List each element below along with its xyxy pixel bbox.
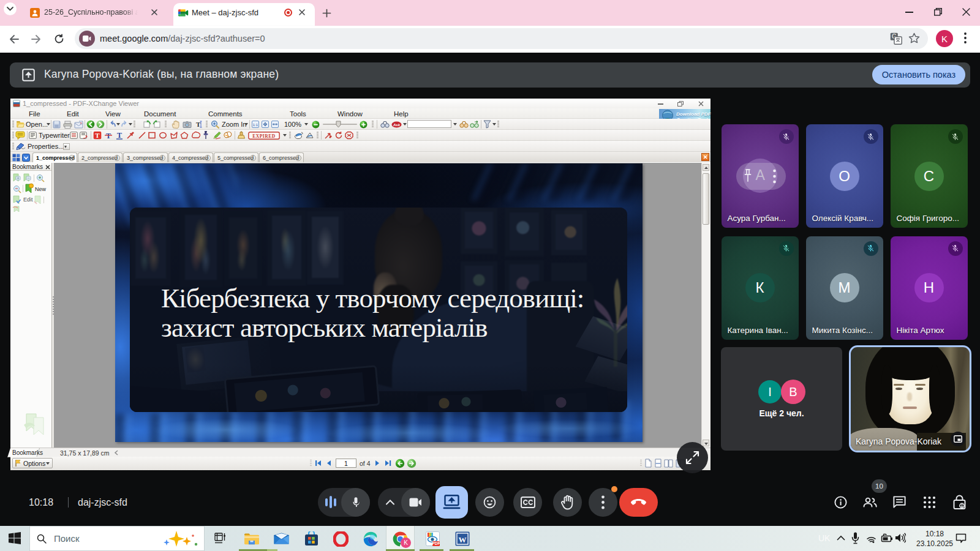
svg-text:Edit: Edit <box>23 197 33 203</box>
svg-text:New: New <box>35 186 47 192</box>
svg-text:EXPIRED: EXPIRED <box>252 133 275 138</box>
svg-text:W: W <box>459 535 467 544</box>
svg-text:T: T <box>95 132 100 139</box>
svg-text:PDF: PDF <box>432 541 440 545</box>
svg-text:Ask: Ask <box>393 122 401 126</box>
svg-text:T: T <box>196 121 201 128</box>
svg-text:1:1: 1:1 <box>253 123 258 127</box>
svg-text:T: T <box>117 131 122 140</box>
